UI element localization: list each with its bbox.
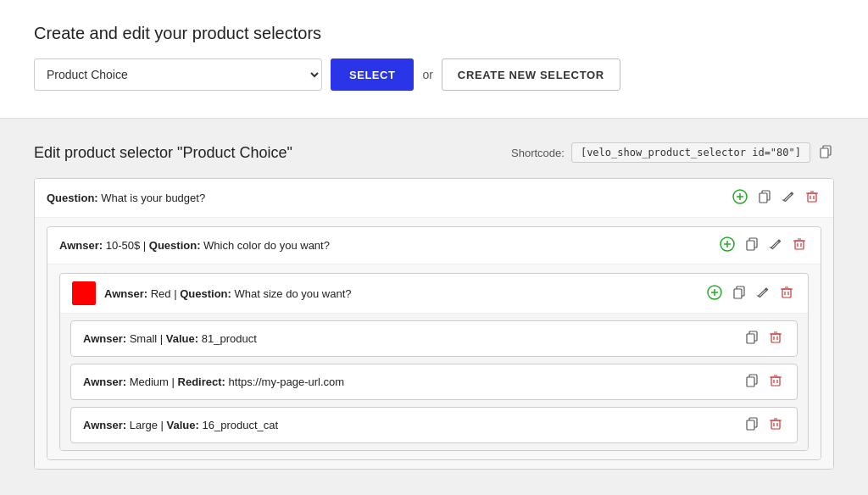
- redirect-label-medium: Redirect:: [178, 375, 225, 388]
- svg-rect-8: [808, 193, 816, 202]
- question-1-add-button[interactable]: [730, 187, 750, 209]
- edit-header: Edit product selector "Product Choice" S…: [34, 142, 834, 163]
- size-large-copy-button[interactable]: [743, 415, 761, 435]
- awnser-value-large: Large: [130, 419, 158, 431]
- size-small-copy-button[interactable]: [743, 329, 761, 348]
- svg-rect-30: [782, 289, 791, 298]
- question-label-size: Question:: [180, 287, 231, 300]
- answer-text-red: Awnser: Red | Question: What size do you…: [104, 287, 352, 300]
- answer-red-edit-button[interactable]: [754, 284, 772, 303]
- awnser-value-small: Small: [130, 332, 158, 345]
- size-row-medium: Awnser: Medium | Redirect: https://my-pa…: [70, 364, 798, 400]
- size-text-small: Awnser: Small | Value: 81_product: [83, 332, 257, 345]
- answer-block-1: Awnser: 10-50$ | Question: Which color d…: [47, 226, 821, 460]
- awnser-value-red: Red: [151, 287, 171, 300]
- question-1-edit-button[interactable]: [779, 188, 798, 208]
- answer-red-delete-button[interactable]: [777, 284, 796, 303]
- svg-rect-17: [747, 241, 754, 250]
- svg-rect-50: [747, 420, 754, 430]
- answer-budget-edit-button[interactable]: [766, 236, 785, 255]
- question-row-1: Question: What is your budget?: [35, 179, 833, 218]
- size-large-delete-button[interactable]: [766, 415, 785, 435]
- value-label-small: Value:: [166, 332, 198, 345]
- value-text-large: 16_product_cat: [202, 419, 278, 431]
- question-value-1: What is your budget?: [101, 192, 205, 204]
- size-medium-delete-button[interactable]: [766, 372, 785, 392]
- nested-answers-color: Awnser: Red | Question: What size do you…: [47, 264, 821, 459]
- shortcode-value: [velo_show_product_selector id="80"]: [571, 142, 810, 163]
- question-label-color: Question:: [149, 239, 201, 252]
- answer-row-budget: Awnser: 10-50$ | Question: Which color d…: [47, 227, 821, 264]
- select-button[interactable]: SELECT: [331, 58, 414, 91]
- svg-rect-37: [771, 334, 780, 342]
- shortcode-label: Shortcode:: [511, 147, 565, 159]
- size-medium-copy-button[interactable]: [743, 372, 761, 392]
- edit-title: Edit product selector "Product Choice": [34, 144, 292, 162]
- redirect-value-medium: https://my-page-url.com: [229, 375, 345, 388]
- question-label-1: Question:: [47, 192, 98, 204]
- question-1-delete-button[interactable]: [803, 188, 821, 208]
- clipboard-icon: [819, 145, 832, 159]
- answer-budget-actions: [717, 235, 809, 256]
- answer-text-budget: Awnser: 10-50$ | Question: Which color d…: [59, 239, 330, 252]
- svg-rect-43: [747, 377, 754, 387]
- awnser-label-red: Awnser:: [104, 287, 147, 300]
- awnser-label-small: Awnser:: [83, 332, 126, 345]
- or-separator: or: [422, 68, 432, 81]
- svg-rect-28: [734, 289, 742, 298]
- answer-red-actions: [704, 283, 796, 304]
- size-small-delete-button[interactable]: [766, 329, 785, 348]
- value-label-large: Value:: [167, 419, 199, 431]
- deep-nested-size-answers: Awnser: Small | Value: 81_product: [60, 314, 808, 450]
- answer-red-add-button[interactable]: [704, 283, 725, 304]
- svg-rect-51: [771, 420, 780, 429]
- question-value-color: Which color do you want?: [203, 239, 330, 252]
- awnser-label-medium: Awnser:: [83, 375, 126, 388]
- question-1-actions: [730, 187, 821, 209]
- product-selector-dropdown[interactable]: Product Choice: [34, 58, 322, 91]
- size-row-small: Awnser: Small | Value: 81_product: [70, 320, 798, 357]
- question-1-copy-button[interactable]: [755, 188, 774, 208]
- awnser-value-budget: 10-50$: [106, 239, 140, 252]
- size-row-large: Awnser: Large | Value: 16_product_cat: [70, 407, 798, 443]
- create-new-selector-button[interactable]: CREATE NEW SELECTOR: [442, 58, 620, 91]
- size-text-medium: Awnser: Medium | Redirect: https://my-pa…: [83, 375, 344, 388]
- selector-row: Product Choice SELECT or CREATE NEW SELE…: [34, 58, 834, 91]
- answers-container-1: Awnser: 10-50$ | Question: Which color d…: [35, 218, 833, 469]
- answer-budget-copy-button[interactable]: [743, 236, 761, 255]
- question-text-1: Question: What is your budget?: [47, 192, 205, 204]
- svg-rect-19: [795, 241, 804, 249]
- svg-rect-44: [771, 377, 780, 386]
- nested-answer-block-red: Awnser: Red | Question: What size do you…: [59, 273, 809, 451]
- awnser-label-large: Awnser:: [83, 419, 126, 431]
- size-text-large: Awnser: Large | Value: 16_product_cat: [83, 419, 278, 431]
- size-medium-actions: [743, 372, 785, 392]
- size-large-actions: [743, 415, 785, 435]
- svg-rect-6: [760, 193, 767, 203]
- answer-budget-add-button[interactable]: [717, 235, 737, 256]
- value-text-small: 81_product: [202, 332, 257, 345]
- svg-rect-1: [821, 148, 828, 158]
- awnser-label-budget: Awnser:: [59, 239, 103, 252]
- top-section: Create and edit your product selectors P…: [0, 0, 868, 119]
- nested-answer-row-red: Awnser: Red | Question: What size do you…: [60, 274, 808, 314]
- color-swatch-red: [72, 281, 96, 305]
- shortcode-area: Shortcode: [velo_show_product_selector i…: [511, 142, 834, 163]
- awnser-value-medium: Medium: [130, 375, 169, 388]
- bottom-section: Edit product selector "Product Choice" S…: [0, 119, 868, 493]
- page-title: Create and edit your product selectors: [34, 24, 834, 43]
- copy-shortcode-button[interactable]: [817, 143, 834, 163]
- question-value-size: What size do you want?: [234, 287, 351, 300]
- answer-budget-delete-button[interactable]: [790, 236, 809, 255]
- svg-rect-36: [747, 334, 754, 343]
- size-small-actions: [743, 329, 785, 348]
- question-block-1: Question: What is your budget?: [34, 178, 834, 470]
- answer-red-copy-button[interactable]: [730, 284, 748, 303]
- answer-row-inner-red: Awnser: Red | Question: What size do you…: [72, 281, 352, 305]
